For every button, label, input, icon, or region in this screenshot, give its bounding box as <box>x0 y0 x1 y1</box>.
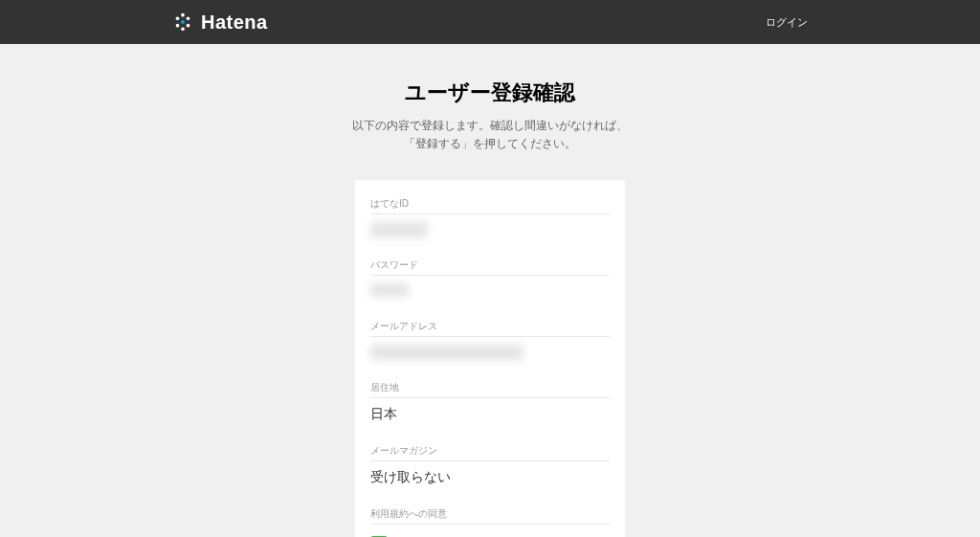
page-title: ユーザー登録確認 <box>405 78 575 107</box>
field-value-email: xxxxxxxxxxxxxxxxx <box>370 345 523 360</box>
field-value-magazine: 受け取らない <box>370 469 610 486</box>
field-consent: 利用規約への同意 利用規約に同意する 成年であるか、親権者が同意する <box>370 507 610 537</box>
field-value-password: xxxx <box>370 283 409 299</box>
subtitle-line-1: 以下の内容で登録します。確認し間違いがなければ、 <box>352 119 628 132</box>
svg-point-3 <box>181 20 185 24</box>
svg-point-1 <box>176 17 180 21</box>
svg-point-2 <box>187 17 190 21</box>
field-label-consent: 利用規約への同意 <box>370 507 610 525</box>
main: ユーザー登録確認 以下の内容で登録します。確認し間違いがなければ、 「登録する」… <box>0 44 980 537</box>
svg-point-6 <box>181 28 185 32</box>
field-label-email: メールアドレス <box>370 320 610 337</box>
field-location: 居住地 日本 <box>370 381 610 423</box>
confirmation-card: はてなID xxxxxxx パスワード xxxx メールアドレス xxxxxxx… <box>355 180 625 537</box>
field-hatena-id: はてなID xxxxxxx <box>370 197 610 237</box>
field-password: パスワード xxxx <box>370 258 610 299</box>
field-label-password: パスワード <box>370 258 610 276</box>
svg-point-5 <box>187 24 190 28</box>
field-label-location: 居住地 <box>370 381 610 398</box>
field-email: メールアドレス xxxxxxxxxxxxxxxxx <box>370 320 610 360</box>
field-label-hatena-id: はてなID <box>370 197 610 214</box>
field-value-hatena-id: xxxxxxx <box>370 222 428 237</box>
field-value-location: 日本 <box>370 406 610 423</box>
field-magazine: メールマガジン 受け取らない <box>370 444 610 486</box>
login-link[interactable]: ログイン <box>766 15 808 30</box>
field-label-magazine: メールマガジン <box>370 444 610 461</box>
svg-point-4 <box>176 24 180 28</box>
logo[interactable]: Hatena <box>172 11 268 34</box>
svg-point-0 <box>181 13 185 17</box>
header: Hatena ログイン <box>0 0 980 44</box>
consent-row-tos: 利用規約に同意する <box>370 532 610 537</box>
brand-text: Hatena <box>201 11 268 34</box>
hatena-logo-icon <box>172 11 193 33</box>
page-subtitle: 以下の内容で登録します。確認し間違いがなければ、 「登録する」を押してください。 <box>352 117 628 153</box>
subtitle-line-2: 「登録する」を押してください。 <box>404 137 576 150</box>
